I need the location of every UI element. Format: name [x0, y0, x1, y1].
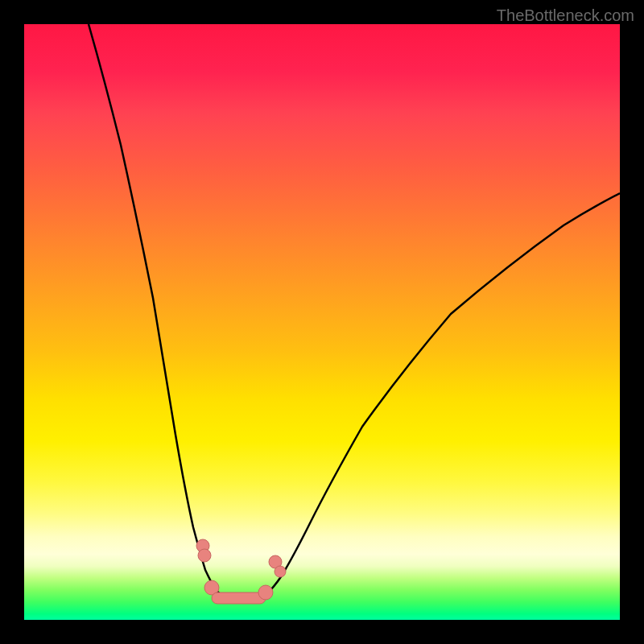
bottom-bar: [212, 592, 266, 604]
left-curve: [89, 24, 221, 595]
right-curve: [266, 193, 620, 595]
chart-container: [24, 24, 620, 620]
marker-right-2: [275, 566, 286, 577]
bottom-right-cap: [258, 585, 273, 600]
marker-left-2: [198, 549, 211, 562]
chart-svg: [24, 24, 620, 620]
watermark-text: TheBottleneck.com: [497, 6, 634, 25]
